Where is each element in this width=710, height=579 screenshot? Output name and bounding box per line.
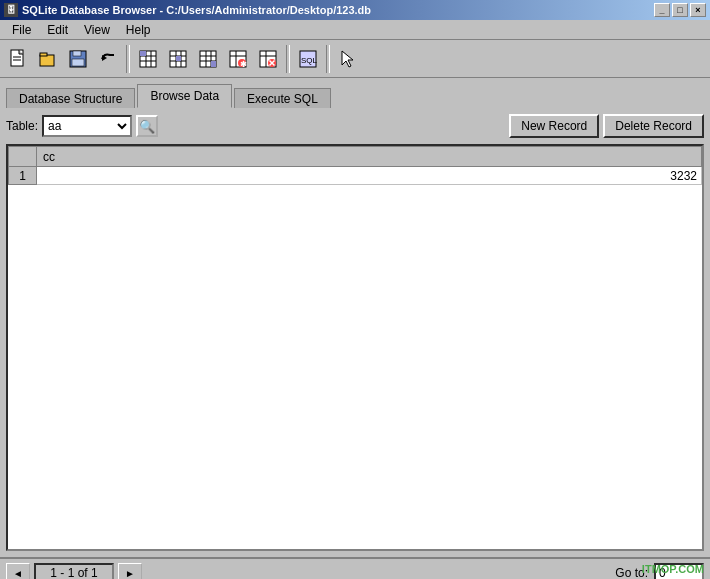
table-edit-button[interactable]: ✱ [224, 45, 252, 73]
toolbar: ✱ SQL [0, 40, 710, 78]
table-view1-icon [138, 49, 158, 69]
cursor-icon [338, 49, 358, 69]
delete-record-button[interactable]: Delete Record [603, 114, 704, 138]
window-controls: _ □ × [654, 3, 706, 17]
svg-rect-20 [176, 56, 181, 61]
svg-rect-3 [40, 55, 54, 66]
table-view3-icon [198, 49, 218, 69]
table-delete-icon [258, 49, 278, 69]
toolbar-separator-2 [286, 45, 290, 73]
save-button[interactable] [64, 45, 92, 73]
save-icon [68, 49, 88, 69]
app-icon: 🗄 [4, 3, 18, 17]
maximize-button[interactable]: □ [672, 3, 688, 17]
tab-browse-data[interactable]: Browse Data [137, 84, 232, 108]
svg-rect-14 [140, 51, 146, 56]
tab-execute-sql[interactable]: Execute SQL [234, 88, 331, 108]
window-title: SQLite Database Browser - C:/Users/Admin… [22, 4, 371, 16]
cell-cc-1[interactable]: 3232 [37, 167, 702, 185]
svg-rect-4 [40, 53, 47, 56]
navigation-controls: ◄ 1 - 1 of 1 ► [6, 563, 142, 579]
main-content: Table: aa 🔍 New Record Delete Record cc … [0, 108, 710, 557]
undo-icon [98, 49, 118, 69]
sql-icon: SQL [298, 49, 318, 69]
table-delete-button[interactable] [254, 45, 282, 73]
row-num-header [9, 147, 37, 167]
svg-rect-26 [211, 61, 216, 67]
close-button[interactable]: × [690, 3, 706, 17]
title-bar: 🗄 SQLite Database Browser - C:/Users/Adm… [0, 0, 710, 20]
toolbar-separator-1 [126, 45, 130, 73]
search-button[interactable]: 🔍 [136, 115, 158, 137]
table-label: Table: [6, 119, 38, 133]
svg-rect-7 [72, 59, 84, 66]
open-file-icon [38, 49, 58, 69]
data-table: cc 1 3232 [8, 146, 702, 185]
col-cc-header[interactable]: cc [37, 147, 702, 167]
table-selector-area: Table: aa 🔍 [6, 115, 158, 137]
undo-button[interactable] [94, 45, 122, 73]
new-file-icon [8, 49, 28, 69]
svg-rect-6 [73, 51, 81, 56]
svg-text:✱: ✱ [240, 60, 247, 69]
toolbar-separator-3 [326, 45, 330, 73]
data-table-container: cc 1 3232 [6, 144, 704, 551]
record-action-buttons: New Record Delete Record [509, 114, 704, 138]
next-button[interactable]: ► [118, 563, 142, 579]
new-file-button[interactable] [4, 45, 32, 73]
menu-edit[interactable]: Edit [39, 21, 76, 39]
table-row: 1 3232 [9, 167, 702, 185]
status-bar: ◄ 1 - 1 of 1 ► Go to: [0, 557, 710, 579]
cursor-button[interactable] [334, 45, 362, 73]
menu-file[interactable]: File [4, 21, 39, 39]
table-view2-button[interactable] [164, 45, 192, 73]
menu-view[interactable]: View [76, 21, 118, 39]
menu-bar: File Edit View Help [0, 20, 710, 40]
table-header-row: cc [9, 147, 702, 167]
table-view3-button[interactable] [194, 45, 222, 73]
row-number: 1 [9, 167, 37, 185]
svg-marker-40 [342, 51, 353, 67]
menu-help[interactable]: Help [118, 21, 159, 39]
watermark: ITMOP.COM [642, 563, 704, 575]
svg-text:SQL: SQL [301, 56, 318, 65]
table-view1-button[interactable] [134, 45, 162, 73]
tab-bar: Database Structure Browse Data Execute S… [0, 78, 710, 108]
minimize-button[interactable]: _ [654, 3, 670, 17]
tab-database-structure[interactable]: Database Structure [6, 88, 135, 108]
table-toolbar: Table: aa 🔍 New Record Delete Record [6, 114, 704, 138]
open-file-button[interactable] [34, 45, 62, 73]
sql-button[interactable]: SQL [294, 45, 322, 73]
table-view2-icon [168, 49, 188, 69]
prev-button[interactable]: ◄ [6, 563, 30, 579]
new-record-button[interactable]: New Record [509, 114, 599, 138]
table-select[interactable]: aa [42, 115, 132, 137]
page-info: 1 - 1 of 1 [34, 563, 114, 579]
table-edit-icon: ✱ [228, 49, 248, 69]
